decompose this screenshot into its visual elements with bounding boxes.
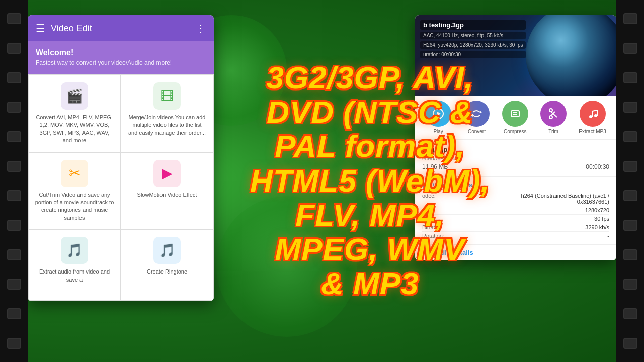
film-hole (623, 102, 637, 113)
file-path: lated/0/Pictures (422, 155, 460, 161)
convert-icon (471, 108, 482, 119)
file-size: 11,96 MB (422, 163, 448, 170)
svg-rect-16 (423, 251, 426, 254)
music-note-icon (587, 108, 598, 119)
file-info-section: ting.3gp lated/0/Pictures 11,96 MB 00:00… (415, 140, 616, 177)
header-left: ☰ Video Edit (36, 22, 92, 34)
film-hole (7, 308, 21, 319)
play-circle (425, 101, 451, 127)
merge-icon: 🎞 (153, 82, 181, 110)
convert-button[interactable]: Convert (463, 101, 490, 134)
trim-icon (548, 108, 559, 119)
play-label: Play (433, 129, 443, 134)
play-button[interactable]: Play (425, 101, 451, 134)
fps-row: Fps: 30 fps (422, 215, 609, 223)
merge-text: Merge/Join videos You can add multiple v… (127, 114, 207, 137)
welcome-banner: Welcome! Fastest way to convert your vid… (28, 41, 214, 74)
action-buttons-row: Play Convert (415, 96, 616, 140)
film-hole (7, 161, 21, 172)
codec-label: odec: (422, 193, 436, 205)
film-hole (7, 43, 21, 54)
bitrate-value: 3290 kb/s (585, 224, 609, 230)
video-info-overlay: b testing.3gp AAC, 44100 Hz, stereo, flt… (420, 20, 526, 58)
android-app-panel: ☰ Video Edit ⋮ Welcome! Fastest way to c… (28, 15, 214, 301)
video-details-title: Video details (422, 181, 609, 189)
convert-text: Convert AVI, MP4, FLV, MPEG-1,2, MOV, MK… (35, 114, 114, 145)
welcome-subtitle: Fastest way to convert your video/Audio … (36, 59, 206, 66)
camera-lens-graphic (526, 15, 616, 96)
grid-item-ringtone[interactable]: 🎵 Create Ringtone (121, 230, 213, 300)
rotation-row: Rotation: - (422, 232, 609, 240)
extract-mp3-button[interactable]: Extract MP3 (579, 101, 606, 134)
convert-label: Convert (468, 129, 486, 134)
trim-text: Cut/Trim Video and save any portion of a… (35, 191, 114, 222)
size-value: 644x362 (585, 207, 609, 213)
film-strip-left (0, 0, 28, 362)
film-hole (623, 131, 637, 142)
codec-row: odec: h264 (Constrained Baseline) (avc1 … (422, 192, 609, 206)
film-hole (7, 190, 21, 201)
slowmotion-icon: ▶ (153, 160, 181, 187)
hamburger-icon[interactable]: ☰ (36, 22, 45, 34)
svg-marker-17 (426, 250, 428, 255)
svg-point-6 (549, 116, 552, 119)
bitrate-row: Bitrate: 3290 kb/s (422, 223, 609, 232)
compress-circle (502, 101, 528, 127)
compress-button[interactable]: Compress (502, 101, 528, 134)
file-name: ting.3gp (422, 146, 448, 153)
codec-value: h264 (Constrained Baseline) (avc1 / 0x31… (497, 193, 609, 205)
film-hole (623, 308, 637, 319)
trim-button[interactable]: Trim (540, 101, 567, 134)
film-hole (7, 249, 21, 260)
extract-icon: 🎵 (61, 237, 88, 264)
welcome-title: Welcome! (36, 48, 206, 57)
slowmotion-text: SlowMotion Video Effect (137, 191, 197, 199)
grid-item-trim[interactable]: ✂ Cut/Trim Video and save any portion of… (29, 153, 120, 229)
film-hole (7, 13, 21, 24)
film-hole (7, 279, 21, 290)
ringtone-text: Create Ringtone (147, 268, 187, 276)
file-size-row: 11,96 MB 00:00:30 (422, 162, 609, 171)
video-filename: b testing.3gp (420, 20, 526, 30)
film-hole (623, 220, 637, 231)
video-details-icon (422, 182, 429, 189)
grid-item-extract[interactable]: 🎵 Extract audio from video and save a (29, 230, 120, 300)
ringtone-icon: 🎵 (153, 237, 181, 264)
file-path-row: lated/0/Pictures (422, 154, 609, 162)
app-title: Video Edit (51, 23, 92, 34)
audio-details-label: Audio details (432, 249, 473, 256)
film-hole (623, 13, 637, 24)
film-hole (623, 72, 637, 83)
convert-circle (463, 101, 490, 127)
video-meta-2: H264, yuv420p, 1280x720, 3230 kb/s, 30 f… (420, 41, 526, 49)
trim-circle (540, 101, 567, 127)
film-hole (623, 279, 637, 290)
video-details-section: Video details odec: h264 (Constrained Ba… (415, 177, 616, 244)
film-hole (7, 131, 21, 142)
content-area: ☰ Video Edit ⋮ Welcome! Fastest way to c… (28, 0, 616, 362)
svg-marker-1 (480, 111, 482, 114)
audio-details-title: Audio details (422, 249, 609, 256)
grid-item-convert[interactable]: 🎬 Convert AVI, MP4, FLV, MPEG-1,2, MOV, … (29, 75, 120, 152)
size-row: Size: 644x362 (422, 206, 609, 215)
compress-label: Compress (504, 129, 527, 134)
extract-text: Extract audio from video and save a (35, 268, 114, 284)
compress-icon (510, 108, 521, 119)
film-hole (7, 102, 21, 113)
features-grid: 🎬 Convert AVI, MP4, FLV, MPEG-1,2, MOV, … (28, 74, 214, 301)
video-meta-3: uration: 00:00:30 (420, 51, 526, 58)
video-details-panel: b testing.3gp AAC, 44100 Hz, stereo, flt… (415, 15, 616, 260)
grid-item-slowmotion[interactable]: ▶ SlowMotion Video Effect (121, 153, 213, 229)
more-icon[interactable]: ⋮ (196, 22, 206, 34)
rotation-label: Rotation: (422, 233, 444, 239)
grid-item-merge[interactable]: 🎞 Merge/Join videos You can add multiple… (121, 75, 213, 152)
svg-point-7 (549, 109, 552, 112)
film-hole (7, 72, 21, 83)
convert-icon: 🎬 (61, 82, 88, 110)
fps-label: Fps: (422, 216, 433, 222)
film-hole (7, 338, 21, 349)
video-thumbnail: b testing.3gp AAC, 44100 Hz, stereo, flt… (415, 15, 616, 96)
app-header: ☰ Video Edit ⋮ (28, 15, 214, 41)
audio-details-icon (422, 249, 429, 256)
film-hole (623, 43, 637, 54)
